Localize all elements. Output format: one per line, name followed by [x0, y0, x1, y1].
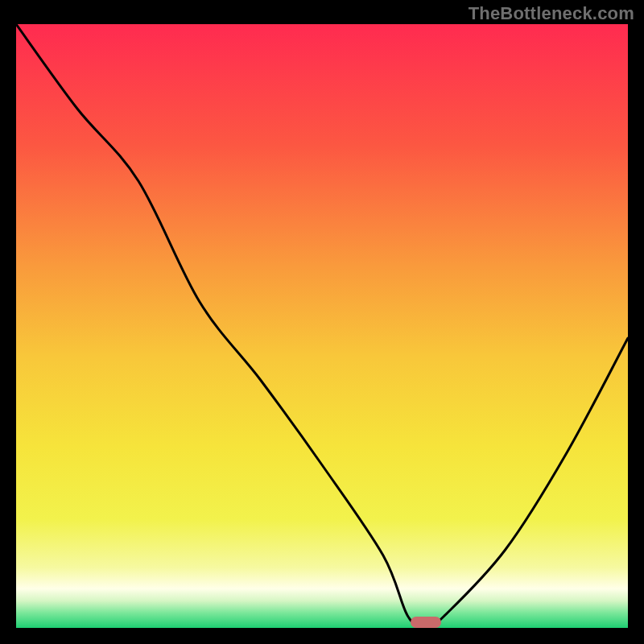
plot-area — [16, 24, 628, 628]
watermark-text: TheBottleneck.com — [469, 3, 634, 24]
bottleneck-curve — [16, 24, 628, 628]
chart-frame: TheBottleneck.com — [0, 0, 644, 644]
optimal-marker — [411, 617, 441, 628]
